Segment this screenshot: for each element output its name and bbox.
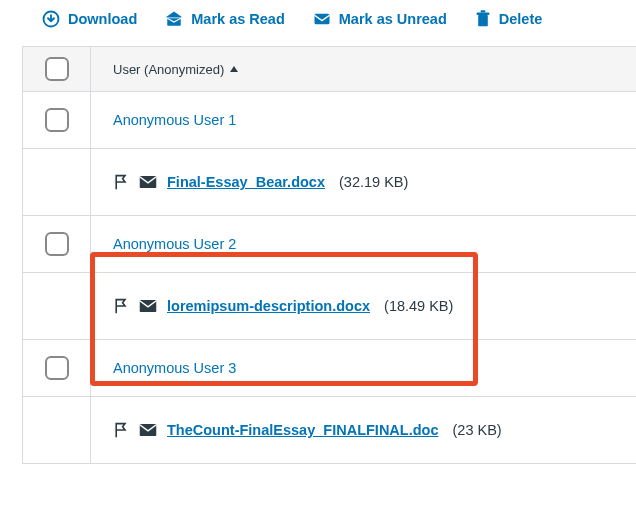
mail-open-icon bbox=[165, 10, 183, 28]
svg-rect-3 bbox=[478, 15, 488, 26]
envelope-icon[interactable] bbox=[139, 299, 157, 313]
user-link[interactable]: Anonymous User 2 bbox=[113, 236, 236, 252]
flag-icon[interactable] bbox=[113, 173, 129, 191]
svg-rect-5 bbox=[480, 10, 485, 12]
row-checkbox[interactable] bbox=[45, 356, 69, 380]
user-column-header[interactable]: User (Anonymized) bbox=[91, 50, 260, 89]
sort-asc-icon bbox=[230, 66, 238, 72]
user-column-label: User (Anonymized) bbox=[113, 62, 224, 77]
download-button[interactable]: Download bbox=[42, 10, 137, 28]
user-link[interactable]: Anonymous User 3 bbox=[113, 360, 236, 376]
select-all-cell bbox=[23, 47, 91, 91]
download-icon bbox=[42, 10, 60, 28]
file-size: (32.19 KB) bbox=[339, 174, 408, 190]
select-all-checkbox[interactable] bbox=[45, 57, 69, 81]
row-checkbox[interactable] bbox=[45, 108, 69, 132]
table-row: Anonymous User 3 bbox=[23, 340, 636, 397]
envelope-icon[interactable] bbox=[139, 423, 157, 437]
file-link[interactable]: loremipsum-description.docx bbox=[167, 298, 370, 314]
mark-read-button[interactable]: Mark as Read bbox=[165, 10, 285, 28]
file-size: (23 KB) bbox=[453, 422, 502, 438]
table-row: loremipsum-description.docx (18.49 KB) bbox=[23, 273, 636, 340]
mark-unread-label: Mark as Unread bbox=[339, 11, 447, 27]
file-size: (18.49 KB) bbox=[384, 298, 453, 314]
table-row: TheCount-FinalEssay_FINALFINAL.doc (23 K… bbox=[23, 397, 636, 464]
svg-rect-4 bbox=[476, 13, 489, 15]
mark-unread-button[interactable]: Mark as Unread bbox=[313, 11, 447, 27]
delete-label: Delete bbox=[499, 11, 543, 27]
svg-rect-2 bbox=[314, 14, 329, 25]
table-header: User (Anonymized) bbox=[23, 46, 636, 92]
toolbar: Download Mark as Read Mark as Unread bbox=[0, 0, 636, 46]
mail-icon bbox=[313, 11, 331, 27]
table-row: Anonymous User 1 bbox=[23, 92, 636, 149]
flag-icon[interactable] bbox=[113, 297, 129, 315]
user-link[interactable]: Anonymous User 1 bbox=[113, 112, 236, 128]
table-row: Final-Essay_Bear.docx (32.19 KB) bbox=[23, 149, 636, 216]
envelope-icon[interactable] bbox=[139, 175, 157, 189]
file-link[interactable]: Final-Essay_Bear.docx bbox=[167, 174, 325, 190]
delete-button[interactable]: Delete bbox=[475, 10, 543, 28]
trash-icon bbox=[475, 10, 491, 28]
submissions-table: User (Anonymized) Anonymous User 1 bbox=[22, 46, 636, 464]
row-checkbox[interactable] bbox=[45, 232, 69, 256]
flag-icon[interactable] bbox=[113, 421, 129, 439]
file-link[interactable]: TheCount-FinalEssay_FINALFINAL.doc bbox=[167, 422, 439, 438]
download-label: Download bbox=[68, 11, 137, 27]
mark-read-label: Mark as Read bbox=[191, 11, 285, 27]
table-row: Anonymous User 2 bbox=[23, 216, 636, 273]
